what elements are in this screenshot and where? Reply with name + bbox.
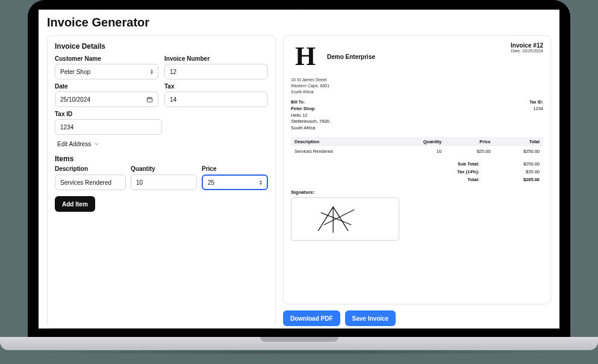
tax-row: Tax (14%): $35.00 (291, 168, 543, 176)
bill-to-label: Bill To: (291, 100, 305, 104)
download-pdf-button[interactable]: Download PDF (283, 310, 340, 326)
item-quantity-input[interactable]: 10 (131, 174, 197, 190)
add-item-button[interactable]: Add Item (55, 196, 95, 212)
tax-id-input[interactable]: 1234 (55, 119, 162, 135)
save-invoice-button[interactable]: Save Invoice (345, 310, 396, 326)
date-value: 25/10/2024 (60, 96, 90, 103)
customer-address-line: Stellenbosch, 7600 (291, 119, 329, 125)
tax-label: Tax (164, 83, 268, 90)
tax-input[interactable]: 14 (164, 91, 268, 107)
customer-name-value: Peter Shop (60, 69, 90, 75)
item-price-input[interactable]: 25 ▴▾ (202, 174, 268, 190)
item-price-value: 25 (208, 179, 214, 186)
tax-id-label: Tax ID (55, 111, 162, 117)
calendar-icon (146, 96, 153, 103)
sender-address: 18 St James Street Western Cape, 8001 So… (291, 77, 543, 94)
tax-id-value: 1234 (60, 124, 73, 131)
invoice-number-value: 12 (170, 69, 176, 75)
company-name: Demo Enterprise (327, 54, 375, 60)
edit-address-toggle[interactable]: Edit Address (57, 141, 99, 147)
items-heading: Items (55, 155, 268, 163)
preview-table-header: Description Quantity Price Total (291, 137, 543, 146)
invoice-preview-panel: H Demo Enterprise Invoice #12 Date: 10/2… (283, 35, 551, 304)
item-description-value: Services Rendered (60, 179, 111, 186)
invoice-number-input[interactable]: 12 (164, 64, 268, 79)
col-description-label: Description (55, 165, 126, 172)
col-quantity-label: Quantity (131, 165, 197, 172)
signature-label: Signature: (291, 190, 543, 195)
signature-drawing (291, 198, 399, 241)
preview-tax-id-value: 1234 (533, 106, 543, 131)
invoice-number-label: Invoice Number (164, 55, 268, 62)
preview-customer-name: Peter Shop (291, 106, 329, 113)
customer-name-select[interactable]: Peter Shop ▴▾ (55, 64, 158, 79)
page-title: Invoice Generator (47, 16, 551, 29)
item-quantity-value: 10 (136, 179, 143, 186)
invoice-details-heading: Invoice Details (55, 42, 268, 51)
date-label: Date (55, 83, 158, 90)
item-description-input[interactable]: Services Rendered (55, 174, 126, 190)
preview-tax-id-label: Tax ID: (529, 100, 543, 104)
customer-address-line: South Africa (291, 125, 329, 132)
subtotal-row: Sub Total: $250.00 (291, 160, 543, 168)
invoice-heading: Invoice #12 (511, 42, 543, 49)
company-logo: H (291, 42, 320, 71)
edit-address-label: Edit Address (57, 141, 91, 147)
invoice-date: Date: 10/25/2024 (511, 49, 543, 53)
preview-table-row: Services Rendered 10 $25.00 $250.00 (291, 146, 543, 156)
customer-name-label: Customer Name (55, 55, 158, 62)
tax-value: 14 (170, 96, 176, 103)
number-stepper-icon[interactable]: ▴▾ (260, 179, 262, 185)
invoice-form-panel: Invoice Details Customer Name Peter Shop… (47, 35, 276, 329)
customer-address-line: Hello 12 (291, 113, 329, 119)
signature-box[interactable] (291, 197, 399, 241)
svg-rect-0 (147, 97, 152, 102)
select-chevrons-icon: ▴▾ (151, 69, 153, 75)
date-input[interactable]: 25/10/2024 (55, 91, 158, 107)
chevron-down-icon (94, 141, 99, 147)
total-row: Total: $285.00 (291, 176, 543, 184)
col-price-label: Price (202, 165, 268, 172)
